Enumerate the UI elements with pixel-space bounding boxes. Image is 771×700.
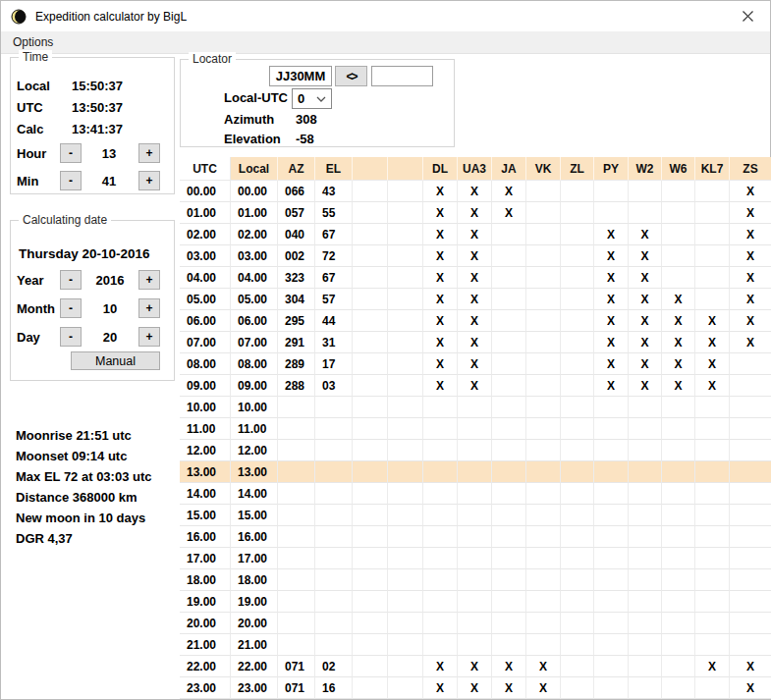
close-button[interactable] [726,1,770,31]
cell-dx: X [492,181,526,202]
cell-dx [526,526,561,548]
cell-dx [492,613,526,634]
cell-dx: X [730,289,771,310]
cell-dx [388,353,423,375]
cell-dx [526,440,561,461]
cell-dx [388,483,423,505]
table-row: 22.0022.0007102XXXXXX [180,656,771,677]
cell-dx: X [629,353,662,375]
year-value: 2016 [89,273,131,288]
cell-dx: X [423,202,458,224]
cell-dx [492,397,526,418]
title-bar: Expedition calculator by BigL [1,1,770,31]
cell-dx: X [629,267,662,289]
cell-dx [353,332,388,353]
local-utc-select[interactable]: 0 [292,88,332,109]
cell-dx [458,591,492,613]
cell-dx [662,613,695,634]
cell-az: 071 [278,656,315,677]
column-header-zl: ZL [561,157,594,181]
cell-dx [561,656,594,677]
cell-el [315,418,353,440]
cell-local: 17.00 [231,548,278,569]
cell-dx: X [662,310,695,332]
month-value: 10 [89,301,131,316]
cell-dx [353,677,388,699]
cell-dx [526,245,561,267]
cell-utc: 10.00 [180,397,231,418]
cell-dx [423,634,458,656]
elevation-label: Elevation [224,132,281,146]
cell-dx: X [458,202,492,224]
cell-az [278,461,315,483]
day-plus-button[interactable]: + [138,327,160,347]
cell-dx [388,440,423,461]
cell-dx [423,548,458,569]
hour-minus-button[interactable]: - [60,143,82,163]
min-minus-button[interactable]: - [60,171,82,190]
cell-dx [561,634,594,656]
cell-dx [423,591,458,613]
cell-local: 20.00 [231,613,278,634]
cell-dx [388,461,423,483]
cell-az [278,569,315,591]
calculated-date-text: Thursday 20-10-2016 [19,246,150,261]
column-header-py: PY [594,157,629,181]
cell-dx [353,181,388,202]
month-plus-button[interactable]: + [138,298,160,318]
visibility-table: UTCLocalAZELDLUA3JAVKZLPYW2W6KL7ZS 00.00… [180,157,771,699]
cell-dx: X [526,677,561,699]
table-row: 08.0008.0028917XXXXXX [180,353,771,375]
cell-dx [388,224,423,245]
cell-utc: 13.00 [180,461,231,483]
month-minus-button[interactable]: - [60,298,82,318]
cell-dx [695,289,730,310]
cell-dx: X [730,245,771,267]
cell-dx [526,613,561,634]
year-plus-button[interactable]: + [138,270,160,290]
manual-button[interactable]: Manual [71,351,160,370]
hour-plus-button[interactable]: + [138,143,160,163]
cell-dx [561,267,594,289]
cell-dx [388,245,423,267]
cell-dx: X [458,656,492,677]
locator-secondary-input[interactable] [371,66,433,86]
cell-dx [388,310,423,332]
cell-dx [561,202,594,224]
cell-dx [695,440,730,461]
cell-dx [492,245,526,267]
cell-dx [526,634,561,656]
cell-dx [526,375,561,397]
locator-input[interactable] [269,66,332,86]
cell-local: 16.00 [231,526,278,548]
cell-dx [594,397,629,418]
cell-dx: X [594,353,629,375]
year-minus-button[interactable]: - [60,270,82,290]
cell-dx: X [594,332,629,353]
cell-dx [695,224,730,245]
cell-dx [423,505,458,526]
table-row: 17.0017.00 [180,548,771,569]
cell-local: 09.00 [231,375,278,397]
cell-dx [561,289,594,310]
locator-swap-button[interactable]: <> [335,66,367,86]
cell-dx [695,591,730,613]
cell-dx [423,613,458,634]
cell-dx [526,267,561,289]
cell-dx [730,613,771,634]
cell-local: 01.00 [231,202,278,224]
time-group: Time Local 15:50:37 UTC 13:50:37 Calc 13… [10,57,175,194]
day-minus-button[interactable]: - [60,327,82,347]
column-header-local: Local [231,157,278,181]
cell-dx [561,353,594,375]
distance-text: Distance 368000 km [16,487,152,508]
month-label: Month [17,301,55,316]
table-row: 04.0004.0032367XXXXX [180,267,771,289]
cell-dx: X [526,656,561,677]
cell-dx [492,548,526,569]
min-plus-button[interactable]: + [138,171,160,190]
dgr-text: DGR 4,37 [16,528,152,549]
column-header-empty [388,157,423,181]
cell-dx [353,461,388,483]
cell-dx [526,591,561,613]
